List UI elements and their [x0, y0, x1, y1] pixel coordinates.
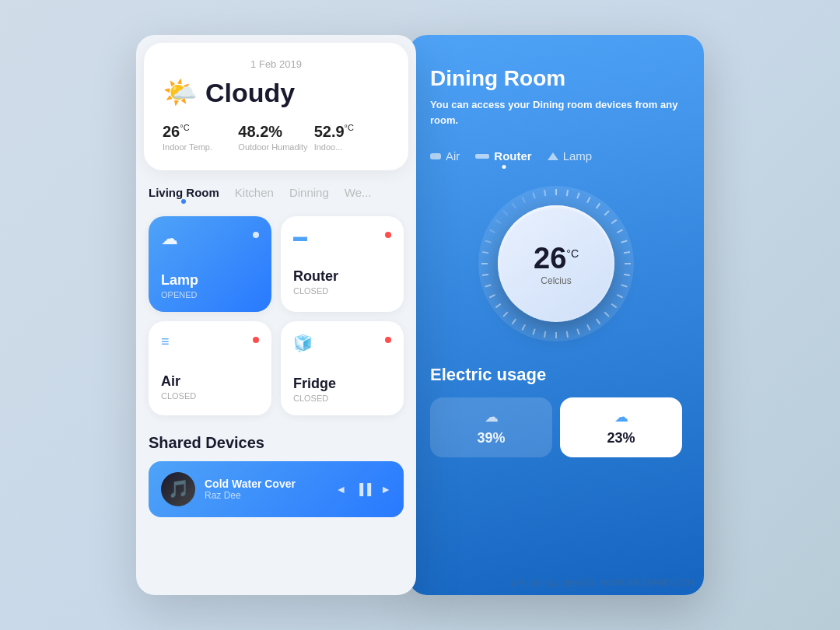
electric-icon-2: ☁	[569, 408, 673, 425]
shared-avatar: 🎵	[161, 472, 195, 506]
router-icon: ▬	[293, 229, 307, 245]
svg-line-23	[489, 229, 495, 233]
tab-dinning[interactable]: Dinning	[289, 186, 329, 204]
svg-line-37	[617, 229, 622, 233]
svg-line-24	[495, 220, 500, 224]
weather-card: 1 Feb 2019 🌤️ Cloudy 26°C Indoor Temp. 4…	[144, 43, 408, 170]
device-filters: Air Router Lamp	[430, 149, 682, 163]
filter-router-label: Router	[494, 149, 531, 163]
svg-line-14	[513, 319, 516, 324]
electric-pct-2: 23%	[569, 430, 673, 446]
track-name: Cold Water Cover	[205, 478, 326, 490]
svg-line-18	[485, 285, 492, 286]
room-tabs: Living Room Kitchen Dinning We...	[149, 186, 404, 204]
device-grid: ☁ Lamp OPENED ▬ Router CLOSED ≡	[136, 204, 416, 428]
electric-icon-1: ☁	[439, 408, 543, 425]
svg-line-38	[621, 240, 628, 242]
electric-card-2[interactable]: ☁ 23%	[560, 397, 682, 457]
weather-icon: 🌤️	[163, 76, 198, 109]
lamp-filter-icon	[548, 152, 558, 160]
svg-line-7	[587, 324, 590, 330]
svg-line-39	[624, 252, 630, 253]
svg-line-11	[544, 331, 545, 338]
shared-title: Shared Devices	[149, 434, 404, 452]
svg-line-33	[587, 197, 590, 202]
filter-active-dot	[502, 165, 506, 169]
svg-line-4	[611, 304, 616, 308]
watermark: 众号: 设计达人 数组分享 · WWW.SHEJIDAREN.COM	[510, 578, 695, 589]
svg-line-27	[522, 197, 525, 202]
filter-lamp-label: Lamp	[563, 149, 593, 163]
dial-temperature: 26°C	[534, 242, 579, 275]
electric-pct-1: 39%	[439, 430, 543, 446]
prev-button[interactable]: ◄	[335, 483, 346, 495]
svg-line-36	[611, 220, 616, 224]
dial-inner: 26°C Celcius	[498, 205, 614, 322]
svg-line-34	[597, 203, 600, 208]
left-panel: 1 Feb 2019 🌤️ Cloudy 26°C Indoor Temp. 4…	[136, 35, 416, 595]
device-card-router[interactable]: ▬ Router CLOSED	[281, 216, 404, 312]
tab-living-room[interactable]: Living Room	[149, 186, 219, 204]
filter-router[interactable]: Router	[475, 149, 531, 163]
tab-kitchen[interactable]: Kitchen	[235, 186, 274, 204]
svg-line-32	[577, 193, 579, 199]
weather-stat-humidity: 48.2% Outdoor Humadity	[238, 123, 313, 152]
fridge-name: Fridge	[293, 376, 391, 392]
svg-line-1	[624, 275, 630, 275]
svg-line-6	[597, 319, 600, 324]
svg-line-16	[495, 304, 500, 308]
air-filter-icon	[430, 153, 441, 159]
playback-controls: ◄ ▐▐ ►	[335, 483, 391, 495]
device-card-air[interactable]: ≡ Air CLOSED	[149, 321, 271, 415]
pause-button[interactable]: ▐▐	[355, 483, 371, 495]
dial-unit-label: Celcius	[541, 275, 571, 286]
router-status-dot	[385, 232, 391, 238]
svg-line-9	[567, 331, 568, 338]
weather-stat-temp: 26°C Indoor Temp.	[163, 123, 238, 152]
device-card-lamp[interactable]: ☁ Lamp OPENED	[149, 216, 271, 312]
svg-line-5	[604, 312, 609, 317]
fridge-icon: 🧊	[293, 334, 313, 352]
electric-usage-title: Electric usage	[430, 365, 682, 385]
svg-line-13	[522, 324, 525, 330]
tab-more[interactable]: We...	[345, 186, 372, 204]
svg-line-17	[489, 295, 495, 298]
svg-line-12	[533, 329, 534, 335]
dining-room-title: Dining Room	[430, 66, 682, 91]
fridge-status: CLOSED	[293, 394, 391, 403]
temperature-dial-container: 26°C Celcius	[430, 186, 682, 341]
room-description: You can access your Dining room devices …	[430, 97, 682, 128]
lamp-status-dot	[253, 232, 259, 238]
right-panel: Dining Room You can access your Dining r…	[408, 35, 704, 595]
router-filter-icon	[475, 154, 489, 159]
weather-stats: 26°C Indoor Temp. 48.2% Outdoor Humadity…	[163, 123, 390, 152]
lamp-status: OPENED	[161, 290, 259, 299]
shared-section: Shared Devices 🎵 Cold Water Cover Raz De…	[136, 428, 416, 517]
shared-card: 🎵 Cold Water Cover Raz Dee ◄ ▐▐ ►	[149, 461, 404, 517]
weather-stat-indoor: 52.9°C Indoo...	[314, 123, 390, 152]
next-button[interactable]: ►	[380, 483, 391, 495]
weather-condition: Cloudy	[205, 78, 295, 108]
fridge-status-dot	[385, 337, 391, 343]
dial-outer[interactable]: 26°C Celcius	[478, 186, 634, 341]
air-status-dot	[253, 337, 259, 343]
svg-line-29	[544, 190, 545, 196]
electric-card-1[interactable]: ☁ 39%	[430, 397, 552, 457]
svg-line-22	[485, 240, 492, 242]
device-card-fridge[interactable]: 🧊 Fridge CLOSED	[281, 321, 404, 415]
router-name: Router	[293, 268, 391, 285]
svg-line-2	[621, 285, 628, 286]
electric-cards: ☁ 39% ☁ 23%	[430, 397, 682, 457]
svg-line-8	[577, 329, 579, 335]
filter-air[interactable]: Air	[430, 149, 460, 163]
air-icon: ≡	[161, 334, 170, 350]
svg-line-26	[513, 203, 516, 208]
svg-line-15	[503, 312, 508, 317]
svg-line-21	[482, 252, 488, 253]
room-tabs-section: Living Room Kitchen Dinning We...	[136, 170, 416, 204]
lamp-name: Lamp	[161, 272, 259, 289]
svg-line-35	[604, 211, 609, 215]
svg-line-19	[482, 275, 488, 275]
filter-lamp[interactable]: Lamp	[548, 149, 593, 163]
air-status: CLOSED	[161, 391, 259, 401]
